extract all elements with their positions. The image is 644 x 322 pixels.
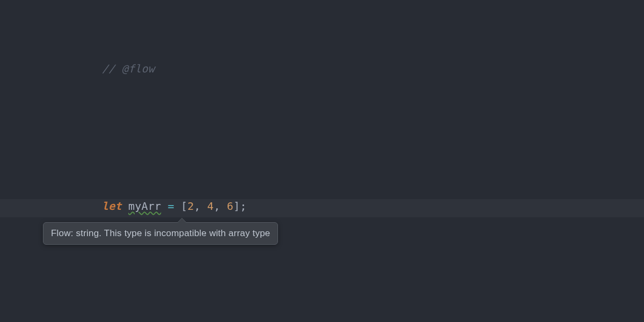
punct: [	[181, 200, 187, 213]
number-literal: 4	[207, 200, 214, 213]
punct: ,	[214, 200, 226, 213]
code-blank-line[interactable]	[102, 129, 358, 146]
punct: ,	[194, 200, 207, 213]
error-tooltip: Flow: string. This type is incompatible …	[43, 222, 278, 245]
code-blank-line[interactable]	[102, 266, 358, 283]
operator-eq: =	[161, 200, 181, 213]
keyword-let: let	[102, 200, 122, 213]
code-editor[interactable]: // @flow let myArr = [2, 4, 6]; var mySt…	[0, 0, 644, 322]
code-area[interactable]: // @flow let myArr = [2, 4, 6]; var mySt…	[102, 9, 358, 322]
number-literal: 2	[187, 200, 194, 213]
tooltip-text: Flow: string. This type is incompatible …	[51, 228, 270, 238]
code-line[interactable]: // @flow	[102, 60, 358, 77]
code-comment: // @flow	[102, 62, 155, 75]
code-line[interactable]: let myArr = [2, 4, 6];	[102, 197, 358, 215]
tooltip-arrow-icon	[178, 218, 186, 223]
number-literal: 6	[227, 200, 233, 213]
identifier-myArr: myArr	[128, 200, 161, 213]
punct: ];	[233, 200, 246, 213]
